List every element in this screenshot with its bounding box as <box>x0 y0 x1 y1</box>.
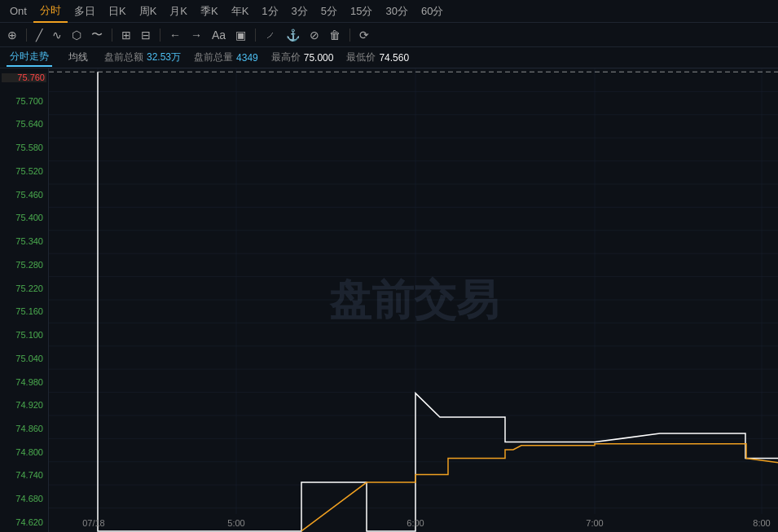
tab-fenshi-trend[interactable]: 分时走势 <box>7 48 52 67</box>
sep2 <box>112 29 112 42</box>
comment-icon[interactable]: ▣ <box>233 27 248 43</box>
y-label-75.580: 75.580 <box>2 143 46 152</box>
count-label: 盘前总量 <box>194 51 233 64</box>
tab-duori[interactable]: 多日 <box>68 1 102 22</box>
tab-rik[interactable]: 日K <box>102 1 133 22</box>
y-label-75.640: 75.640 <box>2 120 46 129</box>
vol-info: 盘前总额 32.53万 <box>104 51 181 64</box>
y-label-75.220: 75.220 <box>2 284 46 293</box>
polygon-tool-icon[interactable]: ⬡ <box>69 27 84 43</box>
y-label-75.340: 75.340 <box>2 237 46 246</box>
top-tab-bar: Ont 分时 多日 日K 周K 月K 季K 年K 1分 3分 5分 15分 30… <box>0 0 778 23</box>
y-label-75.460: 75.460 <box>2 191 46 200</box>
grid-icon[interactable]: ⊞ <box>119 27 134 43</box>
tab-1min[interactable]: 1分 <box>255 1 284 22</box>
arrow-left-icon[interactable]: ← <box>167 27 183 43</box>
tab-fenshi[interactable]: 分时 <box>33 0 68 23</box>
price-line <box>98 72 778 531</box>
avg-line <box>301 444 778 531</box>
vol-label: 盘前总额 <box>104 51 143 64</box>
x-label-7: 7:00 <box>586 517 603 527</box>
anchor-icon[interactable]: ⚓ <box>284 27 302 43</box>
text-icon[interactable]: Aa <box>209 27 228 43</box>
y-label-74.680: 74.680 <box>2 495 46 503</box>
high-label: 最高价 <box>271 51 301 64</box>
y-label-74.620: 74.620 <box>2 518 46 527</box>
wave-tool-icon[interactable]: 〜 <box>89 26 105 44</box>
tab-jik[interactable]: 季K <box>194 1 225 22</box>
chart-svg: 07/18 5:00 6:00 7:00 8:00 <box>49 68 778 532</box>
sep5 <box>349 29 350 42</box>
tab-zhouk[interactable]: 周K <box>133 1 164 22</box>
y-label-75.040: 75.040 <box>2 354 46 363</box>
chart-main[interactable]: 盘前交易 <box>49 68 778 532</box>
count-info: 盘前总量 4349 <box>194 51 258 64</box>
angle-icon[interactable]: ⟋ <box>262 27 279 43</box>
y-label-75.280: 75.280 <box>2 261 46 270</box>
y-label-74.800: 74.800 <box>2 448 46 457</box>
sep3 <box>160 29 160 42</box>
tab-yuek[interactable]: 月K <box>163 1 194 22</box>
line-tool-icon[interactable]: ╱ <box>33 27 45 43</box>
loop-icon[interactable]: ⟳ <box>357 27 371 43</box>
high-value: 75.000 <box>304 52 334 64</box>
high-info: 最高价 75.000 <box>271 51 334 64</box>
no-entry-icon[interactable]: ⊘ <box>307 27 322 43</box>
low-value: 74.560 <box>379 52 409 64</box>
count-value: 4349 <box>236 52 258 64</box>
toolbar: ⊕ ╱ ∿ ⬡ 〜 ⊞ ⊟ ← → Aa ▣ ⟋ ⚓ ⊘ 🗑 ⟳ <box>0 23 778 47</box>
parallel-icon[interactable]: ⊟ <box>138 27 153 43</box>
y-label-74.920: 74.920 <box>2 401 46 410</box>
info-bar: 分时走势 均线 盘前总额 32.53万 盘前总量 4349 最高价 75.000… <box>0 47 778 68</box>
tab-60min[interactable]: 60分 <box>415 1 450 22</box>
sep1 <box>26 29 27 42</box>
tab-3min[interactable]: 3分 <box>285 1 314 22</box>
y-label-75.400: 75.400 <box>2 213 46 222</box>
y-axis: 75.76075.70075.64075.58075.52075.46075.4… <box>0 68 49 532</box>
x-label-date: 07/18 <box>82 517 104 527</box>
tab-15min[interactable]: 15分 <box>344 1 379 22</box>
y-label-74.860: 74.860 <box>2 424 46 433</box>
tab-30min[interactable]: 30分 <box>380 1 415 22</box>
y-label-75.700: 75.700 <box>2 97 46 106</box>
x-label-5: 5:00 <box>227 517 244 527</box>
x-label-6: 6:00 <box>407 517 424 527</box>
tab-gaotong[interactable]: Ont <box>3 2 33 20</box>
y-label-75.520: 75.520 <box>2 167 46 176</box>
tab-avg-line[interactable]: 均线 <box>65 49 91 66</box>
y-label-75.160: 75.160 <box>2 307 46 316</box>
tab-niank[interactable]: 年K <box>225 1 256 22</box>
curve-tool-icon[interactable]: ∿ <box>50 27 64 43</box>
tab-5min[interactable]: 5分 <box>314 1 344 22</box>
chart-container: 75.76075.70075.64075.58075.52075.46075.4… <box>0 68 778 532</box>
y-label-74.740: 74.740 <box>2 471 46 480</box>
low-info: 最低价 74.560 <box>346 51 409 64</box>
arrow-right-icon[interactable]: → <box>188 27 204 43</box>
crosshair-icon[interactable]: ⊕ <box>5 27 20 43</box>
x-label-8: 8:00 <box>753 517 770 527</box>
y-label-75.760: 75.760 <box>2 73 46 82</box>
y-label-75.100: 75.100 <box>2 331 46 340</box>
vol-value: 32.53万 <box>147 51 181 64</box>
low-label: 最低价 <box>346 51 376 64</box>
sep4 <box>255 29 256 42</box>
y-label-74.980: 74.980 <box>2 378 46 387</box>
trash-icon[interactable]: 🗑 <box>327 27 343 43</box>
